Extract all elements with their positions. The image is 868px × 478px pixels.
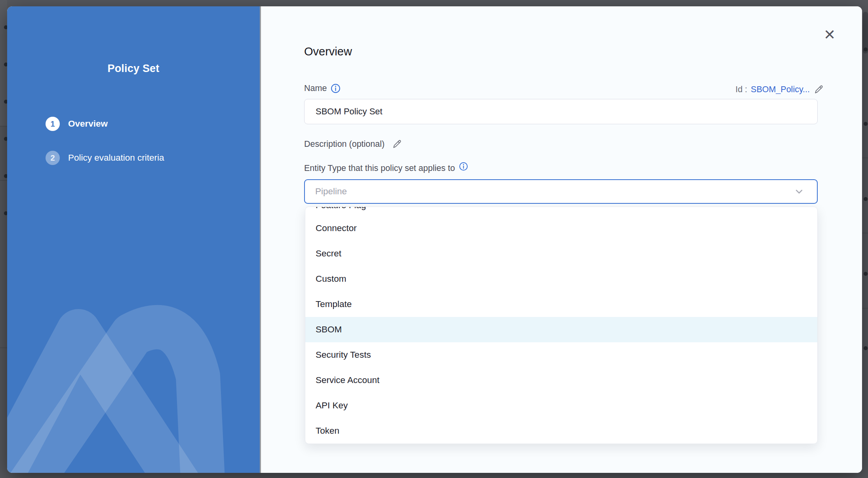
background-icon (864, 346, 868, 350)
close-icon[interactable]: ✕ (820, 25, 839, 44)
entity-type-dropdown-menu: Feature Flag Connector Secret Custom Tem… (305, 207, 818, 444)
entity-type-select[interactable]: Pipeline (304, 179, 818, 204)
description-label: Description (optional) (304, 139, 385, 149)
page-title: Overview (304, 45, 352, 58)
dropdown-item-secret[interactable]: Secret (305, 241, 817, 266)
dropdown-item-connector[interactable]: Connector (305, 216, 817, 241)
id-prefix: Id : (735, 85, 747, 95)
edit-description-icon[interactable] (392, 139, 402, 150)
dropdown-item-custom[interactable]: Custom (305, 266, 817, 292)
background-divider (862, 233, 868, 233)
background-divider (862, 157, 868, 158)
background-icon (864, 47, 868, 51)
background-icon (864, 197, 868, 201)
background-divider (862, 308, 868, 309)
step-label: Overview (68, 119, 108, 129)
dropdown-item-token[interactable]: Token (305, 418, 817, 444)
step-number-badge: 1 (46, 117, 60, 131)
background-icon (864, 272, 868, 276)
policy-set-wizard-dialog: Policy Set 1 Overview 2 Policy evaluatio… (7, 6, 862, 473)
overview-step-panel: ✕ Overview Name Id : SBOM_Policy... (261, 6, 862, 473)
edit-id-icon[interactable] (813, 84, 824, 95)
step-number-badge: 2 (46, 151, 60, 165)
background-divider (0, 180, 7, 181)
dropdown-item-api-key[interactable]: API Key (305, 393, 817, 418)
background-divider (0, 347, 7, 348)
name-label-row: Name (304, 83, 341, 93)
harness-logo-watermark (7, 6, 260, 473)
step-label: Policy evaluation criteria (68, 153, 164, 163)
chevron-down-icon[interactable] (793, 186, 805, 197)
description-label-row: Description (optional) (304, 139, 402, 150)
name-input[interactable] (304, 99, 818, 124)
dropdown-item-security-tests[interactable]: Security Tests (305, 342, 817, 368)
info-icon[interactable] (459, 162, 468, 171)
entity-id-row: Id : SBOM_Policy... (735, 84, 824, 95)
dropdown-item-template[interactable]: Template (305, 292, 817, 317)
background-divider (0, 126, 7, 127)
dropdown-item-clipped[interactable]: Feature Flag (305, 207, 817, 216)
entity-type-label-row: Entity Type that this policy set applies… (304, 163, 468, 173)
wizard-title: Policy Set (7, 63, 260, 75)
dropdown-item-sbom[interactable]: SBOM (305, 317, 817, 342)
info-icon[interactable] (331, 83, 341, 93)
dropdown-item-service-account[interactable]: Service Account (305, 368, 817, 393)
wizard-step-policy-evaluation-criteria[interactable]: 2 Policy evaluation criteria (46, 151, 164, 165)
background-icon (864, 122, 868, 126)
select-placeholder: Pipeline (315, 186, 793, 197)
name-label: Name (304, 83, 327, 93)
entity-id-link[interactable]: SBOM_Policy... (751, 85, 810, 95)
wizard-sidebar: Policy Set 1 Overview 2 Policy evaluatio… (7, 6, 260, 473)
wizard-step-overview[interactable]: 1 Overview (46, 117, 108, 131)
entity-type-label: Entity Type that this policy set applies… (304, 163, 455, 173)
